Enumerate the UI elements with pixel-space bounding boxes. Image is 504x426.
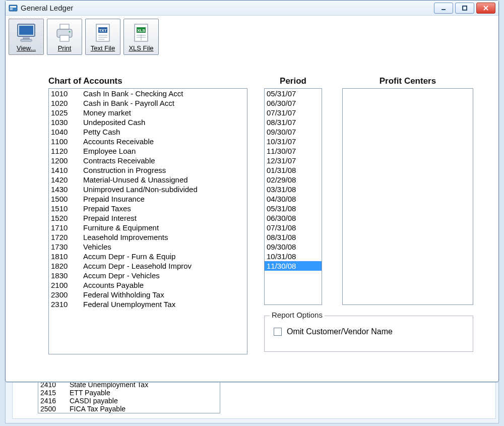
account-row[interactable]: 1810Accum Depr - Furn & Equip xyxy=(49,252,247,261)
account-code: 2100 xyxy=(51,281,83,289)
account-row[interactable]: 1420Material-Unused & Unassigned xyxy=(49,175,247,185)
xls-file-button[interactable]: XLS XLS File xyxy=(123,19,159,55)
account-name: Accum Depr - Leasehold Improv xyxy=(83,262,192,270)
account-row[interactable]: 1830Accum Depr - Vehicles xyxy=(49,271,247,280)
svg-rect-3 xyxy=(10,9,13,10)
account-row[interactable]: 1520Prepaid Interest xyxy=(49,213,247,223)
chart-of-accounts-label: Chart of Accounts xyxy=(48,76,247,86)
period-row[interactable]: 05/31/07 xyxy=(265,89,322,98)
close-icon xyxy=(483,5,489,11)
account-row[interactable]: 1025Money market xyxy=(49,108,247,117)
account-row[interactable]: 1410Construction in Progress xyxy=(49,165,247,175)
svg-rect-4 xyxy=(442,9,446,10)
period-row[interactable]: 12/31/07 xyxy=(265,156,322,165)
account-code: 1040 xyxy=(51,128,83,136)
account-row[interactable]: 1100Accounts Receivable xyxy=(49,137,247,146)
account-name: Vehicles xyxy=(83,242,111,251)
period-row[interactable]: 09/30/07 xyxy=(265,127,322,137)
omit-name-checkbox[interactable] xyxy=(274,328,282,336)
account-row[interactable]: 2100Accounts Payable xyxy=(49,280,247,290)
period-row[interactable]: 03/31/08 xyxy=(265,185,322,194)
period-row[interactable]: 11/30/07 xyxy=(265,146,322,156)
account-name: Federal Unemployment Tax xyxy=(83,300,175,309)
report-options-group: Report Options Omit Customer/Vendor Name xyxy=(264,316,473,352)
account-name: Cash in Bank - Payroll Acct xyxy=(83,99,174,107)
account-row[interactable]: 1510Prepaid Taxes xyxy=(49,204,247,213)
period-row[interactable]: 08/31/07 xyxy=(265,117,322,127)
account-code: 1420 xyxy=(51,175,83,184)
period-row[interactable]: 10/31/07 xyxy=(265,137,322,146)
text-file-button[interactable]: TXT Text File xyxy=(85,19,120,55)
title-bar: General Ledger xyxy=(6,1,498,16)
period-row[interactable]: 04/30/08 xyxy=(265,194,322,204)
svg-rect-2 xyxy=(10,8,13,9)
view-button-label: View... xyxy=(17,44,36,52)
period-row[interactable]: 09/30/08 xyxy=(265,242,322,252)
account-code: 1730 xyxy=(51,242,83,251)
xls-file-icon: XLS xyxy=(131,22,152,43)
maximize-icon xyxy=(462,5,468,11)
period-row[interactable]: 05/31/08 xyxy=(265,204,322,213)
period-listbox[interactable]: 05/31/0706/30/0707/31/0708/31/0709/30/07… xyxy=(264,88,322,305)
account-code: 1710 xyxy=(51,223,83,232)
profit-centers-label: Profit Centers xyxy=(342,76,473,86)
background-account-list[interactable]: 2410State Unemployment Tax2415ETT Payabl… xyxy=(38,381,220,413)
account-row[interactable]: 1710Furniture & Equipment xyxy=(49,223,247,232)
window-title: General Ledger xyxy=(21,4,434,12)
account-name: Petty Cash xyxy=(83,128,120,136)
account-name: Accounts Receivable xyxy=(83,137,154,146)
account-name: Construction in Progress xyxy=(83,166,166,174)
close-button[interactable] xyxy=(476,3,495,14)
account-code: 1830 xyxy=(51,271,83,280)
account-row[interactable]: 2500FICA Tax Payable xyxy=(38,405,220,413)
print-button-label: Print xyxy=(58,44,72,52)
account-row[interactable]: 1120Employee Loan xyxy=(49,146,247,156)
account-name: Prepaid Interest xyxy=(83,214,137,222)
account-row[interactable]: 1430Unimproved Land/Non-subdivided xyxy=(49,185,247,194)
period-row[interactable]: 11/30/08 xyxy=(265,261,322,271)
chart-of-accounts-listbox[interactable]: 1010Cash In Bank - Checking Acct1020Cash… xyxy=(48,88,247,354)
account-row[interactable]: 1820Accum Depr - Leasehold Improv xyxy=(49,261,247,271)
account-row[interactable]: 2300Federal Withholding Tax xyxy=(49,290,247,299)
account-row[interactable]: 1010Cash In Bank - Checking Acct xyxy=(49,89,247,98)
account-code: 1810 xyxy=(51,252,83,261)
account-row[interactable]: 2310Federal Unemployment Tax xyxy=(49,299,247,309)
account-name: Federal Withholding Tax xyxy=(83,290,164,299)
account-name: Material-Unused & Unassigned xyxy=(83,175,188,184)
account-name: Unimproved Land/Non-subdivided xyxy=(83,185,198,194)
account-code: 1025 xyxy=(51,108,83,117)
account-row[interactable]: 2410State Unemployment Tax xyxy=(38,381,220,389)
period-row[interactable]: 02/29/08 xyxy=(265,175,322,185)
account-row[interactable]: 2415ETT Payable xyxy=(38,389,220,397)
account-code: 1010 xyxy=(51,89,83,98)
account-name: Money market xyxy=(83,108,131,117)
period-row[interactable]: 01/31/08 xyxy=(265,165,322,175)
profit-centers-listbox[interactable] xyxy=(342,88,473,305)
account-code: 1510 xyxy=(51,204,83,213)
account-row[interactable]: 2416CASDI payable xyxy=(38,397,220,405)
period-row[interactable]: 07/31/08 xyxy=(265,223,322,232)
account-row[interactable]: 1720Leasehold Improvements xyxy=(49,232,247,242)
account-code: 1200 xyxy=(51,156,83,165)
view-button[interactable]: View... xyxy=(9,19,44,55)
account-row[interactable]: 1200Contracts Receivable xyxy=(49,156,247,165)
maximize-button[interactable] xyxy=(455,3,474,14)
account-name: Accum Depr - Vehicles xyxy=(83,271,160,280)
print-button[interactable]: Print xyxy=(47,19,82,55)
account-row[interactable]: 1020Cash in Bank - Payroll Acct xyxy=(49,98,247,108)
period-row[interactable]: 06/30/08 xyxy=(265,213,322,223)
account-code: 1720 xyxy=(51,233,83,241)
account-code: 1410 xyxy=(51,166,83,174)
account-row[interactable]: 1030Undeposited Cash xyxy=(49,117,247,127)
period-row[interactable]: 08/31/08 xyxy=(265,232,322,242)
account-row[interactable]: 1500Prepaid Insurance xyxy=(49,194,247,204)
period-row[interactable]: 06/30/07 xyxy=(265,98,322,108)
account-code: 1430 xyxy=(51,185,83,194)
period-row[interactable]: 07/31/07 xyxy=(265,108,322,117)
account-row[interactable]: 1040Petty Cash xyxy=(49,127,247,137)
account-name: Leasehold Improvements xyxy=(83,233,168,241)
account-row[interactable]: 1730Vehicles xyxy=(49,242,247,252)
account-code: 2415 xyxy=(40,389,70,397)
period-row[interactable]: 10/31/08 xyxy=(265,252,322,261)
minimize-button[interactable] xyxy=(434,3,453,14)
